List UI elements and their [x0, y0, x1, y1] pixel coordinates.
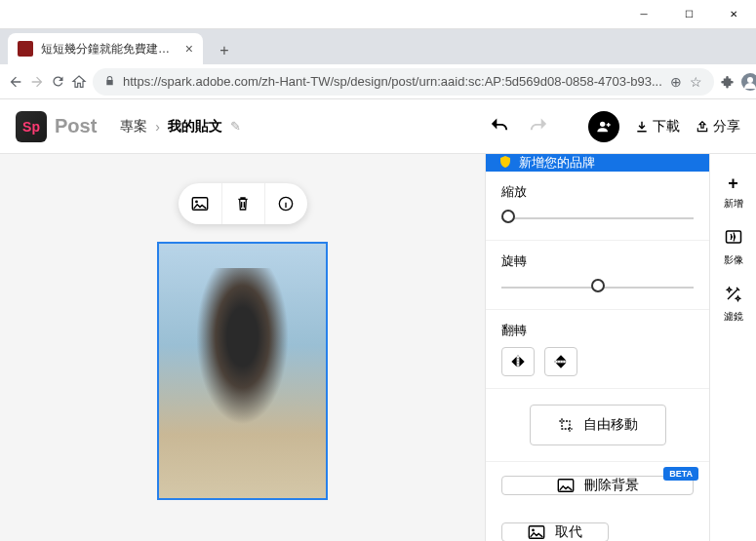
post-label: Post — [55, 115, 97, 137]
redo-button[interactable] — [528, 115, 549, 137]
tab-favicon-icon — [18, 41, 33, 57]
plus-icon: + — [728, 174, 738, 194]
flip-v-icon — [554, 354, 568, 369]
rotate-section: 旋轉 — [486, 241, 709, 310]
info-tool-button[interactable] — [264, 183, 307, 224]
canvas-image[interactable] — [157, 242, 328, 500]
chevron-right-icon: › — [155, 119, 160, 135]
image-remove-icon — [557, 479, 575, 492]
svg-point-8 — [532, 529, 535, 532]
rotate-label: 旋轉 — [501, 252, 694, 270]
nav-back-button[interactable] — [8, 68, 23, 96]
remove-bg-button[interactable]: 刪除背景 BETA — [501, 476, 694, 495]
undo-button[interactable] — [489, 115, 510, 137]
window-close[interactable]: ✕ — [711, 0, 756, 29]
replace-label: 取代 — [555, 523, 582, 541]
canvas-area[interactable] — [0, 154, 485, 541]
window-maximize[interactable]: ☐ — [666, 0, 711, 29]
zoom-slider[interactable] — [501, 209, 694, 228]
delete-tool-button[interactable] — [221, 183, 264, 224]
bookmark-icon[interactable]: ☆ — [690, 74, 702, 90]
avatar-icon — [740, 72, 756, 92]
wand-icon — [725, 285, 742, 307]
main-area: 新增您的品牌 縮放 旋轉 翻轉 — [0, 154, 756, 541]
puzzle-icon — [720, 74, 735, 89]
reload-icon — [51, 74, 65, 89]
shield-icon — [499, 155, 511, 172]
tab-close-icon[interactable]: × — [185, 41, 193, 57]
flip-h-icon — [510, 355, 526, 368]
rotate-slider[interactable] — [501, 278, 694, 297]
pencil-icon[interactable]: ✎ — [230, 119, 241, 134]
remove-bg-label: 刪除背景 — [584, 477, 639, 494]
image-tool[interactable]: 影像 — [724, 228, 743, 267]
lock-icon — [104, 75, 115, 89]
image-tool-label: 影像 — [724, 253, 743, 267]
flip-horizontal-button[interactable] — [501, 347, 535, 376]
brand-banner[interactable]: 新增您的品牌 — [486, 154, 709, 172]
browser-tab[interactable]: 短短幾分鐘就能免費建立影像、 × — [8, 33, 203, 64]
image-tool-button[interactable] — [179, 183, 221, 224]
flip-label: 翻轉 — [501, 322, 694, 339]
url-text: https://spark.adobe.com/zh-Hant-TW/sp/de… — [123, 74, 662, 89]
download-icon — [635, 120, 649, 134]
zoom-label: 縮放 — [501, 183, 694, 201]
browser-address-bar: https://spark.adobe.com/zh-Hant-TW/sp/de… — [0, 64, 756, 99]
filter-tool-label: 濾鏡 — [724, 310, 743, 324]
add-tool-label: 新增 — [724, 197, 743, 211]
image-icon — [191, 197, 209, 211]
share-icon — [696, 120, 709, 134]
filter-tool[interactable]: 濾鏡 — [724, 285, 743, 324]
svg-point-2 — [600, 121, 605, 126]
nav-home-button[interactable] — [71, 68, 87, 96]
svg-point-4 — [195, 201, 198, 204]
flip-section: 翻轉 — [486, 310, 709, 389]
invite-button[interactable] — [588, 111, 619, 142]
zoom-slider-thumb[interactable] — [501, 210, 515, 223]
person-add-icon — [596, 119, 612, 135]
nav-forward-button[interactable] — [29, 68, 45, 96]
svg-point-1 — [747, 77, 753, 83]
extensions-button[interactable] — [720, 68, 735, 96]
add-tool[interactable]: + 新增 — [724, 174, 743, 211]
sparkle-image-icon — [725, 228, 742, 251]
home-icon — [71, 74, 87, 90]
undo-redo-group — [489, 115, 549, 137]
share-button[interactable]: 分享 — [696, 118, 740, 135]
properties-panel: 新增您的品牌 縮放 旋轉 翻轉 — [485, 154, 709, 541]
arrow-right-icon — [29, 74, 45, 90]
crop-icon — [558, 417, 574, 433]
breadcrumb-current[interactable]: 我的貼文 — [168, 118, 222, 135]
site-settings-icon[interactable]: ⊕ — [670, 74, 682, 90]
trash-icon — [236, 196, 250, 212]
arrow-left-icon — [8, 74, 23, 90]
breadcrumb-project[interactable]: 專案 — [120, 118, 147, 135]
zoom-section: 縮放 — [486, 172, 709, 241]
nav-reload-button[interactable] — [51, 68, 65, 96]
brand-banner-label: 新增您的品牌 — [519, 154, 595, 172]
rotate-slider-thumb[interactable] — [591, 279, 605, 292]
spark-logo-icon[interactable]: Sp — [16, 111, 47, 142]
canvas-toolbar — [179, 183, 307, 224]
side-toolbar: + 新增 影像 濾鏡 — [709, 154, 756, 541]
window-minimize[interactable]: ─ — [621, 0, 666, 29]
profile-button[interactable] — [740, 68, 756, 96]
new-tab-button[interactable]: + — [211, 37, 238, 64]
download-label: 下載 — [653, 118, 680, 135]
undo-icon — [489, 115, 510, 133]
tab-title: 短短幾分鐘就能免費建立影像、 — [41, 41, 179, 58]
redo-icon — [528, 115, 549, 133]
flip-vertical-button[interactable] — [544, 347, 577, 376]
share-label: 分享 — [713, 118, 740, 135]
download-button[interactable]: 下載 — [635, 118, 680, 135]
window-titlebar: ─ ☐ ✕ — [0, 0, 756, 29]
browser-tab-bar: 短短幾分鐘就能免費建立影像、 × + — [0, 29, 756, 64]
image-icon — [528, 525, 545, 539]
app-header: Sp Post 專案 › 我的貼文 ✎ 下載 分享 — [0, 99, 756, 154]
replace-button[interactable]: 取代 — [501, 522, 609, 541]
free-move-button[interactable]: 自由移動 — [530, 405, 666, 445]
free-move-label: 自由移動 — [583, 416, 638, 434]
beta-badge: BETA — [663, 467, 698, 481]
url-field[interactable]: https://spark.adobe.com/zh-Hant-TW/sp/de… — [93, 68, 714, 96]
free-move-section: 自由移動 — [486, 389, 709, 462]
